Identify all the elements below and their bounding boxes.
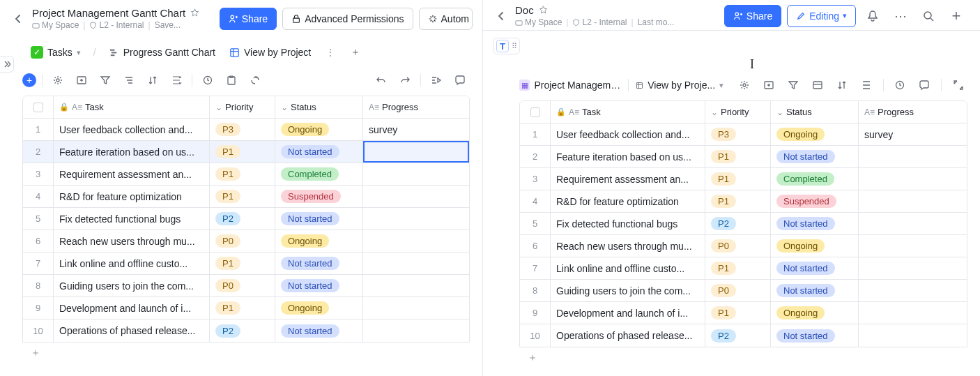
progress-cell[interactable] bbox=[363, 141, 469, 163]
status-cell[interactable]: Not started bbox=[275, 208, 363, 230]
embed-insert-button[interactable] bbox=[759, 75, 778, 95]
progress-cell[interactable] bbox=[859, 168, 967, 190]
embed-settings-button[interactable] bbox=[735, 75, 753, 95]
task-cell[interactable]: R&D for feature optimization bbox=[551, 190, 705, 212]
progress-cell[interactable] bbox=[859, 302, 967, 324]
column-header-priority[interactable]: ⌄Priority bbox=[210, 96, 275, 118]
task-cell[interactable]: Feature iteration based on us... bbox=[54, 141, 210, 163]
settings-button[interactable] bbox=[48, 70, 68, 90]
insert-button[interactable] bbox=[72, 70, 91, 90]
table-row[interactable]: 1User feedback collection and...P3Ongoin… bbox=[520, 123, 967, 146]
row-height-button[interactable] bbox=[167, 70, 186, 90]
share-view-button[interactable] bbox=[245, 70, 265, 90]
automation-button[interactable]: Autom bbox=[419, 8, 473, 30]
embed-row-height-button[interactable] bbox=[857, 75, 876, 95]
undo-button[interactable] bbox=[372, 70, 391, 90]
column-header-status[interactable]: ⌄Status bbox=[275, 96, 363, 118]
table-row[interactable]: 9Development and launch of i...P1Ongoing bbox=[520, 302, 967, 324]
priority-cell[interactable]: P0 bbox=[705, 235, 771, 257]
table-row[interactable]: 3Requirement assessment an...P1Completed bbox=[23, 163, 469, 186]
task-cell[interactable]: Feature iteration based on us... bbox=[551, 146, 705, 167]
status-cell[interactable]: Ongoing bbox=[275, 230, 363, 252]
add-row-button[interactable]: ＋ bbox=[22, 343, 470, 363]
task-cell[interactable]: Development and launch of i... bbox=[551, 302, 705, 324]
task-cell[interactable]: User feedback collection and... bbox=[54, 119, 210, 140]
sort-button[interactable] bbox=[143, 70, 162, 90]
security-level[interactable]: L2 - Internal bbox=[89, 20, 144, 30]
table-row[interactable]: 2Feature iteration based on us...P1Not s… bbox=[520, 146, 967, 168]
share-button-right[interactable]: Share bbox=[724, 5, 781, 27]
priority-cell[interactable]: P1 bbox=[210, 186, 275, 207]
add-tab-button[interactable]: ＋ bbox=[346, 43, 365, 62]
embed-reminder-button[interactable] bbox=[891, 75, 910, 95]
table-row[interactable]: 2Feature iteration based on us...P1Not s… bbox=[23, 141, 469, 163]
task-cell[interactable]: Operations of phased release... bbox=[551, 324, 705, 347]
embed-view-selector[interactable]: View by Proje... ▾ bbox=[636, 80, 723, 91]
task-cell[interactable]: Fix detected functional bugs bbox=[551, 213, 705, 234]
table-row[interactable]: 9Development and launch of i...P1Ongoing bbox=[23, 297, 469, 319]
progress-cell[interactable] bbox=[363, 186, 469, 207]
task-cell[interactable]: Guiding users to join the com... bbox=[551, 280, 705, 301]
progress-cell[interactable] bbox=[859, 213, 967, 234]
progress-cell[interactable]: survey bbox=[859, 123, 967, 145]
group-button[interactable] bbox=[119, 70, 139, 90]
add-record-button[interactable]: + bbox=[22, 73, 36, 87]
priority-cell[interactable]: P0 bbox=[210, 230, 275, 252]
status-cell[interactable]: Ongoing bbox=[771, 302, 859, 324]
status-cell[interactable]: Ongoing bbox=[771, 123, 859, 145]
task-cell[interactable]: Reach new users through mu... bbox=[54, 230, 210, 252]
tab-more-button[interactable]: ⋮ bbox=[321, 43, 340, 62]
column-header-status-right[interactable]: ⌄Status bbox=[771, 101, 859, 123]
notifications-button[interactable] bbox=[862, 5, 884, 27]
task-cell[interactable]: Link online and offline custo... bbox=[551, 257, 705, 279]
status-cell[interactable]: Suspended bbox=[275, 186, 363, 207]
status-cell[interactable]: Completed bbox=[771, 168, 859, 190]
table-row[interactable]: 8Guiding users to join the com...P0Not s… bbox=[23, 275, 469, 297]
priority-cell[interactable]: P3 bbox=[705, 123, 771, 145]
space-link-right[interactable]: My Space bbox=[515, 17, 562, 27]
table-row[interactable]: 8Guiding users to join the com...P0Not s… bbox=[520, 280, 967, 302]
priority-cell[interactable]: P2 bbox=[705, 324, 771, 347]
table-row[interactable]: 7Link online and offline custo...P1Not s… bbox=[23, 253, 469, 275]
task-cell[interactable]: R&D for feature optimization bbox=[54, 186, 210, 207]
status-cell[interactable]: Not started bbox=[771, 324, 859, 347]
table-row[interactable]: 4R&D for feature optimizationP1Suspended bbox=[520, 190, 967, 213]
priority-cell[interactable]: P3 bbox=[210, 119, 275, 140]
progress-cell[interactable] bbox=[363, 319, 469, 342]
tab-tasks[interactable]: ✓ Tasks ▾ bbox=[26, 43, 85, 61]
task-cell[interactable]: User feedback collection and... bbox=[551, 123, 705, 145]
table-row[interactable]: 4R&D for feature optimizationP1Suspended bbox=[23, 186, 469, 208]
table-row[interactable]: 10Operations of phased release...P2Not s… bbox=[23, 319, 469, 342]
priority-cell[interactable]: P1 bbox=[210, 141, 275, 163]
status-cell[interactable]: Not started bbox=[771, 280, 859, 301]
status-cell[interactable]: Not started bbox=[771, 257, 859, 279]
table-row[interactable]: 5Fix detected functional bugsP2Not start… bbox=[23, 208, 469, 230]
editing-mode-button[interactable]: Editing ▾ bbox=[787, 5, 856, 27]
table-row[interactable]: 6Reach new users through mu...P0Ongoing bbox=[520, 235, 967, 257]
star-button-right[interactable] bbox=[538, 5, 549, 15]
table-row[interactable]: 7Link online and offline custo...P1Not s… bbox=[520, 257, 967, 280]
column-header-task[interactable]: 🔒A≡Task bbox=[54, 96, 210, 118]
progress-cell[interactable] bbox=[859, 146, 967, 167]
priority-cell[interactable]: P1 bbox=[210, 297, 275, 319]
progress-cell[interactable] bbox=[859, 235, 967, 257]
share-button[interactable]: Share bbox=[220, 8, 277, 30]
priority-cell[interactable]: P1 bbox=[705, 302, 771, 324]
reminder-button[interactable] bbox=[198, 70, 217, 90]
security-level-right[interactable]: L2 - Internal bbox=[572, 17, 627, 27]
table-row[interactable]: 10Operations of phased release...P2Not s… bbox=[520, 324, 967, 347]
tab-gantt[interactable]: Progress Gantt Chart bbox=[105, 44, 220, 61]
status-cell[interactable]: Not started bbox=[771, 213, 859, 234]
column-header-task-right[interactable]: 🔒A≡Task bbox=[551, 101, 705, 123]
priority-cell[interactable]: P1 bbox=[705, 146, 771, 167]
task-cell[interactable]: Fix detected functional bugs bbox=[54, 208, 210, 230]
priority-cell[interactable]: P0 bbox=[210, 275, 275, 296]
status-cell[interactable]: Not started bbox=[771, 146, 859, 167]
select-all-checkbox-right[interactable] bbox=[530, 107, 540, 117]
filter-button[interactable] bbox=[95, 70, 115, 90]
status-cell[interactable]: Not started bbox=[275, 319, 363, 342]
select-all-checkbox[interactable] bbox=[33, 103, 43, 112]
progress-cell[interactable]: survey bbox=[363, 119, 469, 140]
sidebar-expand-button[interactable] bbox=[0, 56, 14, 73]
comment-button[interactable] bbox=[222, 70, 241, 90]
